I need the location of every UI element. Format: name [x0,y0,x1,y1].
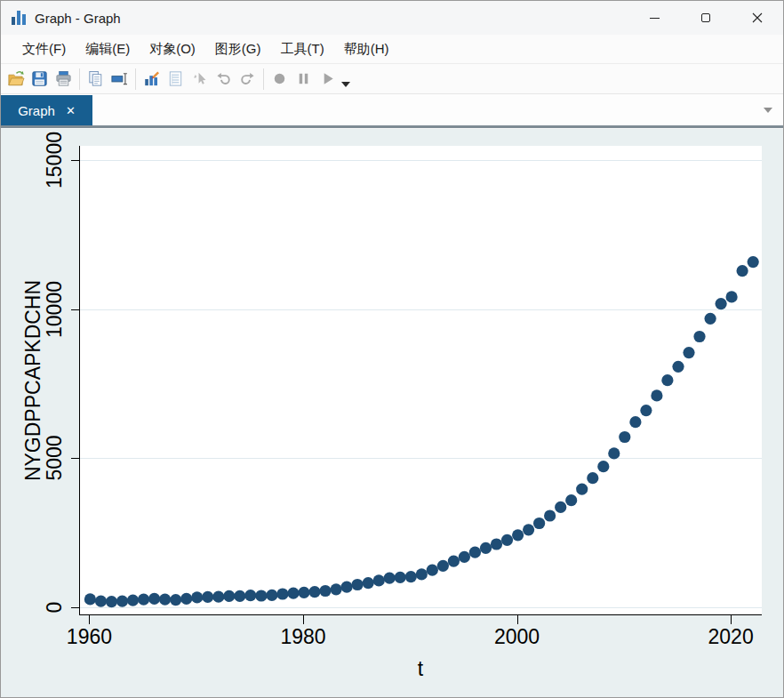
undo-icon [214,69,233,88]
redo-icon [238,69,257,88]
data-point [427,565,438,576]
y-tick-label: 10000 [43,281,67,338]
menu-help[interactable]: 帮助(H) [334,36,399,62]
data-point [138,594,149,606]
data-point [234,590,245,602]
record-button[interactable] [268,67,292,92]
data-point [437,560,449,572]
data-point [651,389,662,401]
tab-graph[interactable]: Graph ✕ [1,95,92,125]
tab-overflow-chevron-down-icon[interactable] [764,108,772,113]
data-point [533,517,545,529]
x-tick-label: 1980 [280,625,325,649]
data-point [148,593,160,605]
print-button[interactable] [52,67,76,92]
menu-tools[interactable]: 工具(T) [271,36,334,62]
copy-icon [86,69,105,88]
list-icon [166,69,185,88]
data-point [512,529,524,541]
x-tick-label: 2000 [494,625,540,649]
data-point [608,447,620,459]
pointer-icon [190,69,209,88]
data-point [523,524,534,535]
undo-button[interactable] [212,67,236,92]
y-tick-label: 5000 [43,436,67,481]
pause-button[interactable] [292,67,316,92]
data-point [319,585,331,597]
toolbar [1,64,783,94]
minimize-button[interactable] [628,1,680,35]
play-icon [318,69,337,88]
y-tick [71,458,79,459]
menu-file[interactable]: 文件(F) [12,36,76,62]
rename-button[interactable] [108,67,132,92]
data-point [84,593,96,605]
data-point [266,590,277,601]
data-point [619,431,630,443]
data-point [298,587,309,598]
open-button[interactable] [4,67,28,92]
data-point [106,596,117,607]
data-point [480,542,492,554]
tab-close-icon[interactable]: ✕ [66,105,76,116]
recorder-list-button[interactable] [164,67,188,92]
data-point [255,590,267,601]
data-point [287,588,299,599]
data-point [170,594,181,606]
data-point [459,551,470,563]
data-point [202,591,213,603]
play-button[interactable] [316,67,340,92]
graph-editor-button[interactable] [140,67,164,92]
close-icon [752,12,763,23]
pause-icon [294,69,313,88]
data-point [491,538,502,550]
data-point [416,568,428,580]
save-button[interactable] [28,67,52,92]
data-point [640,405,652,416]
data-point [716,298,727,309]
data-point [212,591,224,603]
data-point [331,583,342,595]
scatter-series [80,146,763,615]
data-point [395,572,406,583]
save-icon [30,69,49,88]
tab-bar: Graph ✕ [1,94,783,125]
maximize-button[interactable] [680,1,732,35]
toolbar-separator [135,68,136,90]
plot-region [79,146,762,615]
menu-edit[interactable]: 编辑(E) [76,36,140,62]
y-tick-label: 15000 [43,132,67,189]
folder-open-icon [6,69,25,88]
menu-graph[interactable]: 图形(G) [205,36,271,62]
x-tick [89,615,90,624]
data-point [244,590,256,601]
x-axis-title: t [418,657,423,681]
data-point [223,590,235,602]
y-tick [71,607,79,608]
close-button[interactable] [732,1,783,35]
toolbar-overflow-button[interactable] [341,82,350,87]
data-point [308,586,320,598]
data-point [587,472,598,484]
pointer-tool-button[interactable] [188,67,212,92]
data-point [180,593,192,605]
data-point [116,596,128,607]
record-icon [270,69,289,88]
graph-app-icon [11,10,27,26]
tab-divider [1,125,783,128]
data-point [276,588,288,599]
printer-icon [54,69,73,88]
data-point [363,577,374,589]
data-point [127,595,139,606]
menu-object[interactable]: 对象(O) [140,36,205,62]
data-point [693,331,705,342]
y-axis-title: NYGDPPCAPKDCHN [21,280,45,481]
graph-pencil-icon [142,69,161,88]
window-title: Graph - Graph [35,11,121,26]
toolbar-separator [79,68,80,90]
redo-button[interactable] [236,67,260,92]
data-point [705,313,716,325]
copy-button[interactable] [84,67,108,92]
data-point [448,556,460,567]
maximize-icon [701,13,710,22]
